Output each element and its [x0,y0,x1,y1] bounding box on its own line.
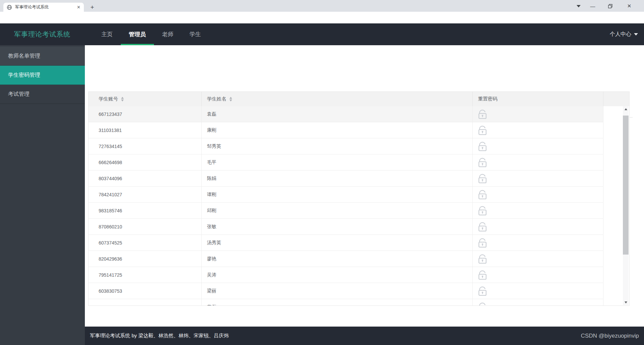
globe-favicon-icon [7,5,12,10]
tab-search-dropdown-icon[interactable] [574,2,583,10]
user-center-menu[interactable]: 个人中心 [610,23,638,45]
app-navbar: 军事理论考试系统 主页 管理员 老师 学生 个人中心 [0,23,644,45]
name-cell: 毛平 [202,154,473,170]
scroll-up-arrow[interactable] [623,106,629,112]
unlock-icon [478,141,487,151]
table-row: 311031381 康刚 [89,122,603,138]
reset-password-button[interactable] [477,221,488,232]
reset-cell [473,122,603,138]
nav-item-student[interactable]: 学生 [181,23,209,45]
account-cell: 820429636 [89,251,202,267]
nav-item-teacher[interactable]: 老师 [154,23,181,45]
sidebar-item-teacher-list[interactable]: 教师名单管理 [0,47,85,66]
reset-password-button[interactable] [477,108,488,120]
name-cell: 袁磊 [202,106,473,122]
reset-cell [473,219,603,234]
reset-password-button[interactable] [477,172,488,184]
reset-password-button[interactable] [477,205,488,216]
reset-cell [473,138,603,154]
vertical-scrollbar[interactable] [623,106,629,305]
browser-tab[interactable]: 军事理论考试系统 ✕ [3,3,84,12]
sort-carets-icon[interactable] [229,97,232,101]
unlock-icon [478,109,487,119]
reset-cell [473,203,603,218]
main-content: 学生名单 学生账号 学生姓名 重置密码 667123437 袁磊 [85,45,644,327]
reset-cell [473,235,603,251]
account-cell: 311031381 [89,122,202,138]
name-cell: 梁丽 [202,283,473,299]
account-cell: 607374525 [89,235,202,251]
unlock-icon [478,254,487,264]
new-tab-button[interactable]: + [88,3,97,12]
column-header-account-label: 学生账号 [99,96,118,102]
name-cell: 吴涛 [202,267,473,283]
table-row: 603830753 梁丽 [89,283,603,299]
column-header-reset-password: 重置密码 [473,92,603,106]
restore-window-button[interactable] [606,2,614,10]
account-cell: 603830753 [89,283,202,299]
reset-password-button[interactable] [477,124,488,136]
account-cell: 795141725 [89,267,202,283]
sidebar-item-student-password[interactable]: 学生密码管理 [0,66,85,85]
app-footer: 军事理论考试系统 by 梁达毅、林浩然、林炜、宋家锐、吕庆炜 CSDN @biy… [85,327,644,345]
reset-password-button[interactable] [477,285,488,297]
column-header-account[interactable]: 学生账号 [89,92,202,106]
unlock-icon [478,125,487,135]
nav-item-admin[interactable]: 管理员 [121,23,154,45]
reset-password-button[interactable] [477,237,488,249]
unlock-icon [478,205,487,216]
name-cell: 张敏 [202,219,473,234]
user-center-label: 个人中心 [610,31,631,38]
sidebar-item-exam-management[interactable]: 考试管理 [0,85,85,104]
chevron-down-icon [634,33,638,36]
unlock-icon [478,173,487,184]
account-cell: 667123437 [89,106,202,122]
table-header: 学生账号 学生姓名 重置密码 [88,91,630,106]
footer-credit: 军事理论考试系统 by 梁达毅、林浩然、林炜、宋家锐、吕庆炜 [90,333,229,339]
reset-password-button[interactable] [477,301,488,306]
scroll-down-arrow[interactable] [623,299,629,305]
unlock-icon [478,221,487,232]
reset-cell [473,267,603,283]
reset-password-button[interactable] [477,269,488,281]
table-row: 666264698 毛平 [89,154,603,170]
name-cell: 谭刚 [202,187,473,202]
reset-password-button[interactable] [477,140,488,152]
reset-password-button[interactable] [477,189,488,200]
column-header-reset-password-label: 重置密码 [478,96,497,102]
reset-cell [473,187,603,202]
table-row: 黄磊 [89,299,603,306]
name-cell: 邹秀英 [202,138,473,154]
name-cell: 黄磊 [202,299,473,306]
name-cell: 康刚 [202,122,473,138]
unlock-icon [478,237,487,248]
nav-item-home[interactable]: 主页 [93,23,121,45]
scrollbar-thumb[interactable] [623,116,629,255]
name-cell: 陈娟 [202,170,473,186]
csdn-watermark: CSDN @biyezuopinvip [581,333,639,339]
account-cell [89,299,202,306]
reset-password-button[interactable] [477,253,488,265]
account-cell: 727634145 [89,138,202,154]
minimize-button[interactable]: — [588,2,597,10]
reset-cell [473,283,603,299]
main-nav: 主页 管理员 老师 学生 [93,23,209,45]
reset-cell [473,299,603,306]
tab-close-icon[interactable]: ✕ [77,5,80,10]
app-brand[interactable]: 军事理论考试系统 [14,23,70,45]
account-cell: 983185746 [89,203,202,218]
reset-password-button[interactable] [477,156,488,168]
account-cell: 803744096 [89,170,202,186]
table-row: 820429636 廖艳 [89,251,603,267]
column-header-name[interactable]: 学生姓名 [202,92,473,106]
table-row: 870860210 张敏 [89,219,603,235]
table-row: 784241027 谭刚 [89,187,603,203]
table-body: 667123437 袁磊 311031381 康刚 [88,106,630,306]
sort-carets-icon[interactable] [121,97,124,101]
column-header-gutter [603,92,629,106]
account-cell: 784241027 [89,187,202,202]
reset-cell [473,106,603,122]
table-row: 795141725 吴涛 [89,267,603,283]
close-window-button[interactable]: ✕ [625,2,634,10]
table-row: 727634145 邹秀英 [89,138,603,154]
